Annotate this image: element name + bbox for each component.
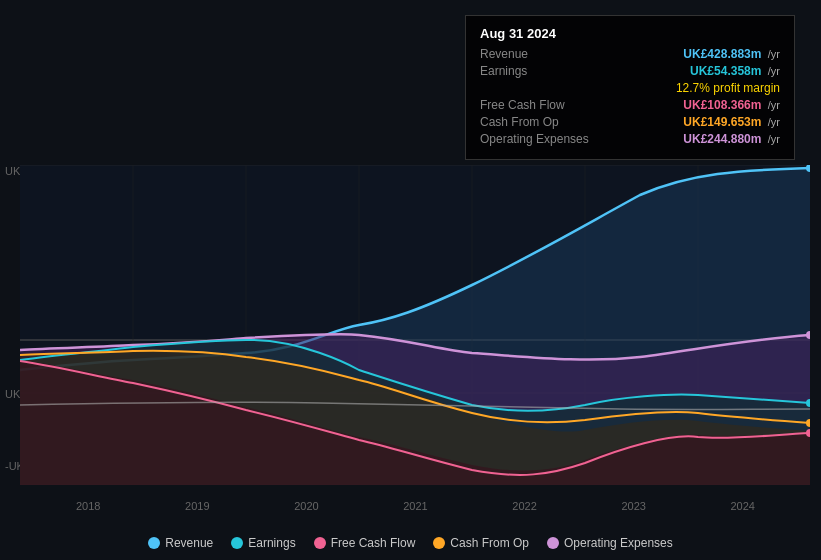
legend-label-cfo: Cash From Op — [450, 536, 529, 550]
x-label-2021: 2021 — [403, 500, 427, 512]
x-label-2024: 2024 — [730, 500, 754, 512]
opex-value: UK£244.880m — [683, 132, 761, 146]
legend-item-revenue[interactable]: Revenue — [148, 536, 213, 550]
earnings-label: Earnings — [480, 64, 590, 78]
legend-item-opex[interactable]: Operating Expenses — [547, 536, 673, 550]
revenue-label: Revenue — [480, 47, 590, 61]
fcf-label: Free Cash Flow — [480, 98, 590, 112]
legend-dot-cfo — [433, 537, 445, 549]
margin-row: 12.7% profit margin — [480, 81, 780, 95]
x-label-2023: 2023 — [621, 500, 645, 512]
legend-dot-fcf — [314, 537, 326, 549]
revenue-row: Revenue UK£428.883m /yr — [480, 47, 780, 61]
cfo-unit: /yr — [768, 116, 780, 128]
cfo-label: Cash From Op — [480, 115, 590, 129]
legend-item-cfo[interactable]: Cash From Op — [433, 536, 529, 550]
legend-item-fcf[interactable]: Free Cash Flow — [314, 536, 416, 550]
legend-dot-revenue — [148, 537, 160, 549]
earnings-unit: /yr — [768, 65, 780, 77]
x-label-2020: 2020 — [294, 500, 318, 512]
legend-label-fcf: Free Cash Flow — [331, 536, 416, 550]
cfo-row: Cash From Op UK£149.653m /yr — [480, 115, 780, 129]
revenue-value: UK£428.883m — [683, 47, 761, 61]
chart-legend: Revenue Earnings Free Cash Flow Cash Fro… — [0, 536, 821, 550]
earnings-row: Earnings UK£54.358m /yr — [480, 64, 780, 78]
x-label-2022: 2022 — [512, 500, 536, 512]
legend-dot-earnings — [231, 537, 243, 549]
opex-row: Operating Expenses UK£244.880m /yr — [480, 132, 780, 146]
opex-unit: /yr — [768, 133, 780, 145]
legend-label-revenue: Revenue — [165, 536, 213, 550]
tooltip-box: Aug 31 2024 Revenue UK£428.883m /yr Earn… — [465, 15, 795, 160]
chart-container: Aug 31 2024 Revenue UK£428.883m /yr Earn… — [0, 0, 821, 560]
cfo-value: UK£149.653m — [683, 115, 761, 129]
legend-item-earnings[interactable]: Earnings — [231, 536, 295, 550]
x-label-2019: 2019 — [185, 500, 209, 512]
opex-label: Operating Expenses — [480, 132, 590, 146]
profit-margin: 12.7% profit margin — [676, 81, 780, 95]
legend-label-earnings: Earnings — [248, 536, 295, 550]
fcf-row: Free Cash Flow UK£108.366m /yr — [480, 98, 780, 112]
revenue-unit: /yr — [768, 48, 780, 60]
legend-dot-opex — [547, 537, 559, 549]
earnings-value: UK£54.358m — [690, 64, 761, 78]
fcf-value: UK£108.366m — [683, 98, 761, 112]
fcf-unit: /yr — [768, 99, 780, 111]
x-axis-labels: 2018 2019 2020 2021 2022 2023 2024 — [20, 500, 811, 512]
x-label-2018: 2018 — [76, 500, 100, 512]
tooltip-date: Aug 31 2024 — [480, 26, 780, 41]
legend-label-opex: Operating Expenses — [564, 536, 673, 550]
chart-svg — [20, 165, 810, 485]
